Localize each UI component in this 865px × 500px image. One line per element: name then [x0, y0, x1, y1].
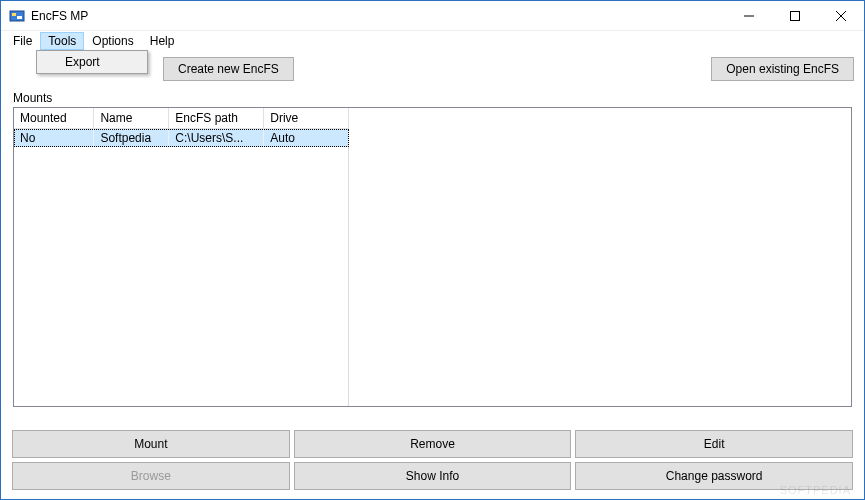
header-drive[interactable]: Drive: [264, 108, 349, 129]
cell-name: Softpedia: [94, 129, 169, 148]
window-title: EncFS MP: [31, 9, 88, 23]
remove-button[interactable]: Remove: [294, 430, 572, 458]
window-controls: [726, 1, 864, 31]
maximize-button[interactable]: [772, 1, 818, 31]
mounts-table: Mounted Name EncFS path Drive No Softped…: [14, 108, 349, 147]
menu-export[interactable]: Export: [37, 51, 147, 73]
menu-file[interactable]: File: [5, 32, 40, 50]
minimize-button[interactable]: [726, 1, 772, 31]
header-name[interactable]: Name: [94, 108, 169, 129]
svg-rect-2: [17, 16, 22, 19]
edit-button[interactable]: Edit: [575, 430, 853, 458]
change-password-button[interactable]: Change password: [575, 462, 853, 490]
header-mounted[interactable]: Mounted: [14, 108, 94, 129]
cell-drive: Auto: [264, 129, 349, 148]
bottom-button-grid: Mount Remove Edit Browse Show Info Chang…: [12, 430, 853, 490]
browse-button: Browse: [12, 462, 290, 490]
table-header-row: Mounted Name EncFS path Drive: [14, 108, 349, 129]
cell-mounted: No: [14, 129, 94, 148]
open-encfs-button[interactable]: Open existing EncFS: [711, 57, 854, 81]
menubar: File Tools Options Help: [1, 31, 864, 51]
close-button[interactable]: [818, 1, 864, 31]
mount-button[interactable]: Mount: [12, 430, 290, 458]
header-path[interactable]: EncFS path: [169, 108, 264, 129]
mounts-label: Mounts: [1, 91, 864, 107]
menu-help[interactable]: Help: [142, 32, 183, 50]
create-encfs-button[interactable]: Create new EncFS: [163, 57, 294, 81]
mounts-table-container: Mounted Name EncFS path Drive No Softped…: [13, 107, 852, 407]
app-icon: [9, 8, 25, 24]
show-info-button[interactable]: Show Info: [294, 462, 572, 490]
menu-options[interactable]: Options: [84, 32, 141, 50]
svg-rect-1: [12, 13, 16, 16]
tools-dropdown: Export: [36, 50, 148, 74]
table-row[interactable]: No Softpedia C:\Users\S... Auto: [14, 129, 349, 148]
menu-tools[interactable]: Tools: [40, 32, 84, 50]
cell-path: C:\Users\S...: [169, 129, 264, 148]
titlebar: EncFS MP: [1, 1, 864, 31]
svg-rect-4: [791, 11, 800, 20]
